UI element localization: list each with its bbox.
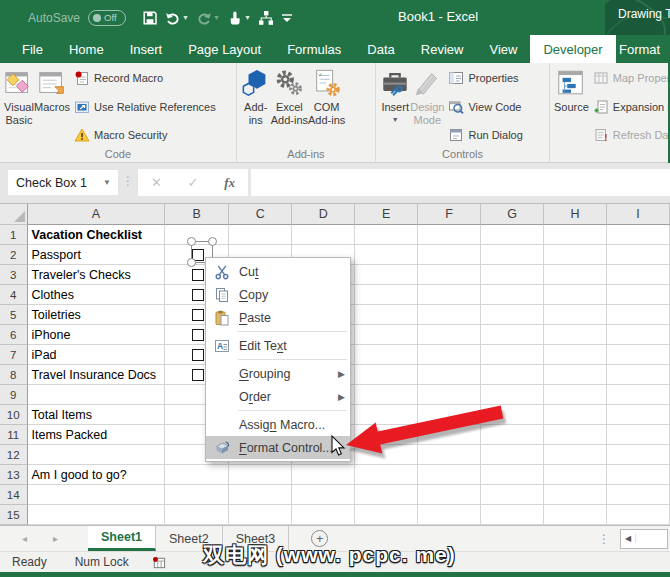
cell-E14[interactable] — [355, 485, 418, 505]
cell-C13[interactable] — [229, 465, 292, 485]
form-checkbox[interactable] — [192, 329, 204, 341]
cell-F9[interactable] — [418, 385, 481, 405]
tab-developer[interactable]: Developer — [530, 35, 615, 63]
cell-B14[interactable] — [165, 485, 229, 505]
cell-E10[interactable] — [355, 405, 418, 425]
cell-I3[interactable] — [607, 265, 670, 285]
cell-E12[interactable] — [355, 445, 418, 465]
cell-F5[interactable] — [418, 305, 481, 325]
menu-item-paste[interactable]: Paste — [206, 306, 350, 329]
cell-E1[interactable] — [355, 225, 418, 245]
cell-I10[interactable] — [607, 405, 670, 425]
row-header-8[interactable]: 8 — [0, 365, 28, 385]
cell-A15[interactable] — [28, 505, 166, 525]
cell-G9[interactable] — [481, 385, 544, 405]
cell-H1[interactable] — [544, 225, 607, 245]
cell-A9[interactable] — [28, 385, 166, 405]
cell-H3[interactable] — [544, 265, 607, 285]
cell-G15[interactable] — [481, 505, 544, 525]
column-header-G[interactable]: G — [481, 204, 544, 225]
cell-A12[interactable] — [28, 445, 166, 465]
menu-item-order[interactable]: Order▶ — [206, 385, 350, 408]
column-header-F[interactable]: F — [418, 204, 481, 225]
cell-H4[interactable] — [544, 285, 607, 305]
row-header-6[interactable]: 6 — [0, 325, 28, 345]
run-dialog-button[interactable]: Run Dialog — [448, 127, 522, 143]
tab-insert[interactable]: Insert — [117, 35, 176, 63]
row-header-14[interactable]: 14 — [0, 485, 28, 505]
undo-button[interactable]: ▼ — [165, 10, 189, 26]
horizontal-scrollbar[interactable]: ◀ — [620, 529, 668, 549]
cell-E9[interactable] — [355, 385, 418, 405]
cell-E13[interactable] — [355, 465, 418, 485]
cell-H14[interactable] — [544, 485, 607, 505]
insert-button[interactable]: Insert▼ — [380, 65, 410, 124]
save-button[interactable] — [142, 10, 158, 26]
cell-H2[interactable] — [544, 245, 607, 265]
cell-A10[interactable]: Total Items — [28, 405, 166, 425]
cell-G7[interactable] — [481, 345, 544, 365]
menu-item-copy[interactable]: Copy — [206, 283, 350, 306]
row-header-2[interactable]: 2 — [0, 245, 28, 265]
cell-A13[interactable]: Am I good to go? — [28, 465, 166, 485]
cell-D13[interactable] — [292, 465, 355, 485]
cell-G11[interactable] — [481, 425, 544, 445]
record-macro-button[interactable]: Record Macro — [74, 70, 216, 86]
cell-F6[interactable] — [418, 325, 481, 345]
cell-I8[interactable] — [607, 365, 670, 385]
cell-G5[interactable] — [481, 305, 544, 325]
menu-item-cut[interactable]: Cut — [206, 260, 350, 283]
cell-G2[interactable] — [481, 245, 544, 265]
row-header-3[interactable]: 3 — [0, 265, 28, 285]
splitter-dots-icon[interactable]: ⋮ — [598, 532, 610, 546]
cell-C1[interactable] — [229, 225, 292, 245]
cell-F14[interactable] — [418, 485, 481, 505]
macro-security-button[interactable]: Macro Security — [74, 127, 216, 143]
cell-F8[interactable] — [418, 365, 481, 385]
cell-F7[interactable] — [418, 345, 481, 365]
cell-I2[interactable] — [607, 245, 670, 265]
cell-I11[interactable] — [607, 425, 670, 445]
form-checkbox[interactable] — [192, 369, 204, 381]
cell-G3[interactable] — [481, 265, 544, 285]
selection-handle[interactable] — [208, 237, 217, 246]
cell-F3[interactable] — [418, 265, 481, 285]
cell-H12[interactable] — [544, 445, 607, 465]
cell-I6[interactable] — [607, 325, 670, 345]
cell-A4[interactable]: Clothes — [28, 285, 166, 305]
cell-E11[interactable] — [355, 425, 418, 445]
name-box-dropdown-icon[interactable]: ▼ — [103, 178, 111, 187]
cell-A5[interactable]: Toiletries — [28, 305, 166, 325]
cell-A11[interactable]: Items Packed — [28, 425, 166, 445]
cell-A1[interactable]: Vacation Checklist — [28, 225, 166, 245]
customize-qat-button[interactable] — [281, 11, 293, 25]
cancel-icon[interactable]: ✕ — [151, 175, 162, 190]
cell-B15[interactable] — [165, 505, 229, 525]
macro-record-icon[interactable] — [151, 555, 166, 570]
cell-G10[interactable] — [481, 405, 544, 425]
cell-G4[interactable] — [481, 285, 544, 305]
cell-E3[interactable] — [355, 265, 418, 285]
row-header-11[interactable]: 11 — [0, 425, 28, 445]
visual-basic-button[interactable]: VisualBasic — [4, 65, 34, 126]
form-checkbox[interactable] — [192, 289, 204, 301]
cell-H10[interactable] — [544, 405, 607, 425]
menu-item-grouping[interactable]: Grouping▶ — [206, 362, 350, 385]
touch-mouse-mode-button[interactable]: ▼ — [227, 10, 251, 26]
row-header-4[interactable]: 4 — [0, 285, 28, 305]
column-header-C[interactable]: C — [229, 204, 292, 225]
column-header-H[interactable]: H — [544, 204, 607, 225]
undo-dropdown-icon[interactable]: ▼ — [182, 14, 189, 21]
add-ins-button[interactable]: Add-ins — [241, 65, 271, 126]
select-all-corner[interactable] — [0, 204, 28, 225]
cell-H11[interactable] — [544, 425, 607, 445]
menu-item-edit-text[interactable]: AEdit Text — [206, 334, 350, 357]
cell-A14[interactable] — [28, 485, 166, 505]
cell-H15[interactable] — [544, 505, 607, 525]
cell-A7[interactable]: iPad — [28, 345, 166, 365]
column-header-B[interactable]: B — [165, 204, 229, 225]
cell-E4[interactable] — [355, 285, 418, 305]
cell-E8[interactable] — [355, 365, 418, 385]
cell-I12[interactable] — [607, 445, 670, 465]
cell-F2[interactable] — [418, 245, 481, 265]
